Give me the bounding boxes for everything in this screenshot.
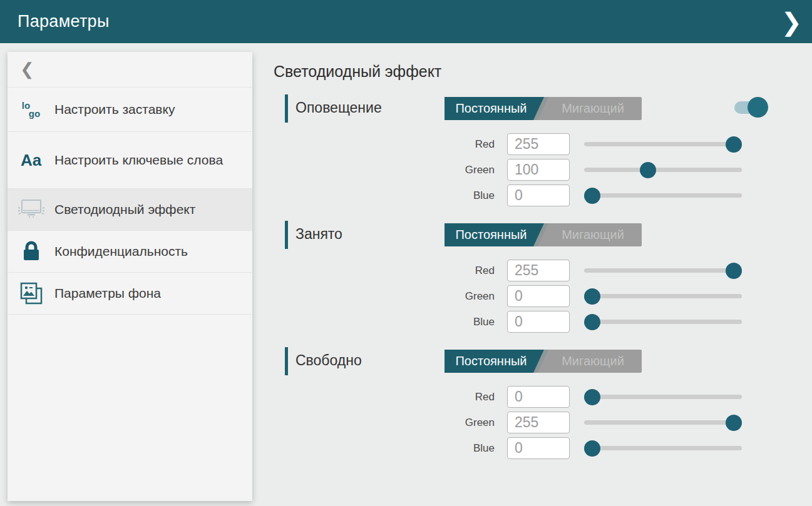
green-slider-thumb[interactable] [640,162,656,178]
rgb-rows: Red Green Blue [0,133,812,210]
mode-segmented-control: Мигающий Постоянный [445,223,642,246]
mode-option-constant[interactable]: Постоянный [445,350,544,373]
channel-label-green: Green [376,285,495,307]
green-slider[interactable] [584,294,742,298]
blue-value-input[interactable] [507,185,570,206]
red-slider[interactable] [584,395,742,399]
channel-label-blue: Blue [376,185,495,206]
main-section-title: Светодиодный эффект [274,63,441,81]
channel-label-blue: Blue [376,437,495,459]
forward-chevron-icon[interactable]: ❯ [781,9,802,34]
mode-option-constant[interactable]: Постоянный [445,223,544,246]
channel-label-red: Red [376,133,495,155]
section-accent-bar [285,347,288,375]
channel-label-green: Green [376,159,495,181]
section-name: Оповещение [296,99,382,116]
sidebar-back-button[interactable]: ❮ [8,52,252,88]
rgb-row-green: Green [0,159,812,181]
rgb-row-red: Red [0,133,812,155]
section-name: Занято [296,226,342,243]
blue-value-input[interactable] [507,437,570,459]
channel-label-red: Red [376,260,495,281]
mode-option-blinking[interactable]: Мигающий [544,350,642,373]
rgb-rows: Red Green Blue [0,386,812,463]
rgb-row-red: Red [0,386,812,408]
app-header: Параметры ❯ [0,0,812,43]
section-accent-bar [285,94,288,123]
toggle-knob[interactable] [748,97,768,118]
red-slider-thumb[interactable] [726,263,742,279]
page-title: Параметры [18,12,110,31]
green-value-input[interactable] [507,412,570,433]
channel-label-red: Red [376,386,495,408]
section-accent-bar [285,221,288,249]
mode-option-blinking[interactable]: Мигающий [544,97,642,120]
notification-led-toggle[interactable] [734,97,768,118]
red-slider-thumb[interactable] [584,389,600,405]
green-slider[interactable] [584,168,742,172]
green-value-input[interactable] [507,159,570,181]
blue-slider-thumb[interactable] [584,188,600,204]
mode-option-constant[interactable]: Постоянный [445,97,544,120]
channel-label-blue: Blue [376,311,495,333]
blue-slider[interactable] [584,446,742,450]
rgb-row-blue: Blue [0,311,812,333]
green-slider[interactable] [584,420,742,425]
mode-segmented-control: Мигающий Постоянный [445,97,642,120]
mode-option-blinking[interactable]: Мигающий [544,223,642,246]
led-section-free: Свободно Мигающий Постоянный Red Green B… [0,347,812,468]
rgb-row-green: Green [0,285,812,307]
green-slider-thumb[interactable] [584,288,600,305]
rgb-rows: Red Green Blue [0,260,812,336]
blue-slider-thumb[interactable] [584,440,600,457]
blue-slider[interactable] [584,320,742,324]
led-section-notification: Оповещение Мигающий Постоянный Red Green… [0,94,812,216]
channel-label-green: Green [376,412,495,433]
blue-slider-thumb[interactable] [584,314,600,330]
red-value-input[interactable] [507,133,570,155]
rgb-row-blue: Blue [0,437,812,459]
back-chevron-icon: ❮ [20,59,34,79]
red-slider[interactable] [584,142,742,146]
blue-slider[interactable] [584,193,742,198]
section-name: Свободно [296,352,362,369]
green-value-input[interactable] [507,285,570,307]
rgb-row-red: Red [0,260,812,281]
mode-segmented-control: Мигающий Постоянный [445,350,642,373]
red-value-input[interactable] [507,260,570,281]
rgb-row-green: Green [0,412,812,433]
rgb-row-blue: Blue [0,185,812,206]
red-slider-thumb[interactable] [726,136,742,153]
green-slider-thumb[interactable] [726,415,742,431]
blue-value-input[interactable] [507,311,570,333]
led-section-busy: Занято Мигающий Постоянный Red Green Blu… [0,220,812,342]
red-value-input[interactable] [507,386,570,408]
red-slider[interactable] [584,268,742,273]
